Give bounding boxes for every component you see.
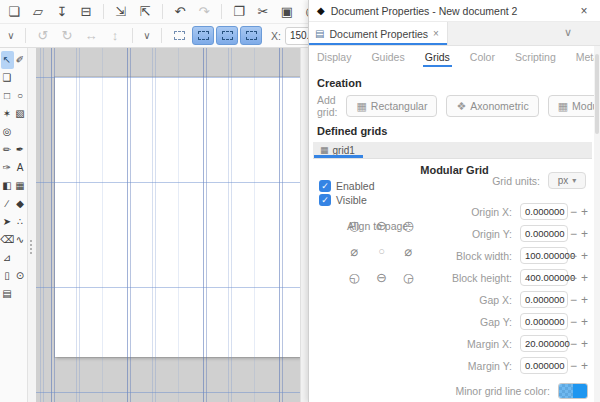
value-input[interactable]: 20.000000 xyxy=(520,335,568,352)
grid1-tab[interactable]: ▦ grid1 xyxy=(313,142,364,158)
flip-horizontal-icon[interactable]: ↔ xyxy=(79,26,103,46)
chevron-down-icon[interactable]: ∨ xyxy=(138,27,156,45)
node-tool[interactable]: ✐ xyxy=(14,51,27,69)
align-bottom-left[interactable]: ◵ xyxy=(341,264,368,290)
selector-tool[interactable]: ↖ xyxy=(1,51,14,69)
tab-color[interactable]: Color xyxy=(468,50,497,67)
value-input[interactable]: 100.000000 xyxy=(520,247,568,264)
open-document-icon[interactable]: ▱ xyxy=(26,2,50,22)
measure-tool[interactable]: ⊿ xyxy=(1,249,14,267)
export-icon[interactable]: ⇱ xyxy=(133,2,157,22)
spray-tool[interactable]: ∴ xyxy=(14,213,27,231)
value-input[interactable]: 400.000000 xyxy=(520,269,568,286)
increment-button[interactable]: + xyxy=(579,228,590,240)
increment-button[interactable]: + xyxy=(579,360,590,372)
pencil-tool[interactable]: ✏ xyxy=(1,141,14,159)
align-middle-left[interactable]: ⌀ xyxy=(341,238,368,264)
import-icon[interactable]: ⇲ xyxy=(109,2,133,22)
increment-button[interactable]: + xyxy=(579,294,590,306)
mesh-tool[interactable]: ▦ xyxy=(14,177,27,195)
decrement-button[interactable]: − xyxy=(568,360,579,372)
tab-scripting[interactable]: Scripting xyxy=(513,50,558,67)
paste-icon[interactable]: ▣ xyxy=(275,2,299,22)
ellipse-tool[interactable]: ○ xyxy=(14,87,27,105)
align-top-left[interactable]: ◴ xyxy=(341,212,368,238)
decrement-button[interactable]: − xyxy=(568,272,579,284)
close-icon[interactable]: × xyxy=(576,4,592,18)
tweak-tool[interactable]: ➤ xyxy=(1,213,14,231)
shape-builder-tool[interactable]: ❑ xyxy=(1,69,14,87)
chevron-down-icon[interactable]: ∨ xyxy=(2,27,20,45)
pen-tool[interactable]: ✒ xyxy=(14,141,27,159)
zoom-tool[interactable]: ⊙ xyxy=(14,267,27,285)
dock-menu-chevron-icon[interactable]: ∨ xyxy=(564,26,572,39)
spiral-tool[interactable]: ◎ xyxy=(1,123,14,141)
dialog-scrollbar[interactable] xyxy=(594,46,600,402)
text-tool[interactable]: A xyxy=(14,159,27,177)
increment-button[interactable]: + xyxy=(579,250,590,262)
document-properties-dock-tab[interactable]: ▤ Document Properties × xyxy=(309,22,448,45)
snap-toggle-bbox[interactable] xyxy=(192,26,214,45)
gradient-tool[interactable]: ◧ xyxy=(1,177,14,195)
canvas-desk[interactable] xyxy=(36,48,300,402)
increment-button[interactable]: + xyxy=(579,316,590,328)
cut-icon[interactable]: ✂ xyxy=(251,2,275,22)
snap-toggle-others[interactable] xyxy=(240,26,262,45)
decrement-button[interactable]: − xyxy=(568,338,579,350)
increment-button[interactable]: + xyxy=(579,272,590,284)
grid-units-dropdown[interactable]: px ▾ xyxy=(548,172,586,189)
eraser-tool[interactable]: ⌫ xyxy=(1,231,14,249)
snap-toggle-nodes[interactable] xyxy=(216,26,238,45)
color-swatch-button[interactable] xyxy=(558,383,588,399)
tab-grids[interactable]: Grids xyxy=(423,50,452,67)
redo-icon[interactable]: ↷ xyxy=(192,2,216,22)
decrement-button[interactable]: − xyxy=(568,228,579,240)
connector-tool[interactable]: ∿ xyxy=(14,231,27,249)
tab-display[interactable]: Display xyxy=(315,50,353,67)
decrement-button[interactable]: − xyxy=(568,206,579,218)
box-3d-tool[interactable]: ▧ xyxy=(14,105,27,123)
flip-vertical-icon[interactable]: ↕ xyxy=(103,26,127,46)
checkbox[interactable]: ✓ xyxy=(319,180,331,192)
add-modular-grid-button[interactable]: ▦ Modular xyxy=(548,95,600,117)
calligraphy-tool[interactable]: ✑ xyxy=(1,159,14,177)
add-grid-row: Add grid: ▦ Rectangular ❖ Axonometric ▦ … xyxy=(317,94,600,118)
undo-icon[interactable]: ↶ xyxy=(168,2,192,22)
snap-icon xyxy=(246,31,257,40)
increment-button[interactable]: + xyxy=(579,206,590,218)
value-input[interactable]: 0.000000 xyxy=(520,357,568,374)
snap-toggle-move[interactable] xyxy=(168,26,190,45)
page-tool[interactable]: ▯ xyxy=(1,267,14,285)
value-input[interactable]: 0.000000 xyxy=(520,313,568,330)
dialog-titlebar: ◆ Document Properties - New document 2 × xyxy=(309,0,600,22)
snap-icon xyxy=(198,31,209,40)
rotate-cw-icon[interactable]: ↻ xyxy=(55,26,79,46)
star-tool[interactable]: ✶ xyxy=(1,105,14,123)
rotate-ccw-icon[interactable]: ↺ xyxy=(31,26,55,46)
new-document-icon[interactable]: ❏ xyxy=(2,2,26,22)
copy-icon[interactable]: ❐ xyxy=(227,2,251,22)
value-input[interactable]: 0.000000 xyxy=(520,291,568,308)
canvas-scrollbar[interactable] xyxy=(300,48,308,402)
decrement-button[interactable]: − xyxy=(568,316,579,328)
toolbar-separator xyxy=(221,4,222,19)
add-rectangular-grid-button[interactable]: ▦ Rectangular xyxy=(346,95,437,117)
tab-guides[interactable]: Guides xyxy=(369,50,406,67)
dropper-tool[interactable]: ∕ xyxy=(1,195,14,213)
decrement-button[interactable]: − xyxy=(568,294,579,306)
panel-drag-handle[interactable] xyxy=(30,240,32,254)
print-icon[interactable]: ⊟ xyxy=(74,2,98,22)
value-input[interactable]: 0.000000 xyxy=(520,225,568,242)
save-icon[interactable]: ↧ xyxy=(50,2,74,22)
scrollbar-thumb[interactable] xyxy=(595,54,599,134)
xml-editor-tool[interactable]: ▤ xyxy=(1,285,14,303)
add-axonometric-grid-button[interactable]: ❖ Axonometric xyxy=(446,95,538,117)
rectangle-tool[interactable]: □ xyxy=(1,87,14,105)
tab-close-icon[interactable]: × xyxy=(433,28,439,39)
decrement-button[interactable]: − xyxy=(568,250,579,262)
checkbox[interactable]: ✓ xyxy=(319,194,331,206)
increment-button[interactable]: + xyxy=(579,338,590,350)
document-page[interactable] xyxy=(55,77,300,357)
fill-tool[interactable]: ◆ xyxy=(14,195,27,213)
value-input[interactable]: 0.000000 xyxy=(520,203,568,220)
